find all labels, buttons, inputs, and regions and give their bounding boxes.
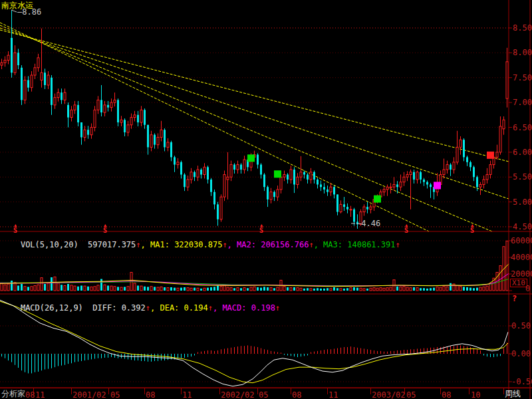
candlestick (150, 135, 152, 148)
candlestick (460, 140, 462, 147)
candlestick (184, 175, 186, 188)
volume-bar (194, 288, 196, 291)
candlestick (446, 165, 448, 170)
volume-bar (243, 288, 245, 291)
volume-bar (44, 284, 46, 291)
volume-bar (469, 288, 471, 291)
candlestick (466, 157, 468, 162)
macd-macd-label: , MACD: (213, 303, 251, 313)
volume-bar (223, 285, 225, 291)
volume-bar (130, 273, 132, 291)
candlestick (383, 190, 385, 192)
candlestick (1, 63, 3, 65)
candlestick (154, 135, 156, 145)
volume-bar (160, 287, 162, 291)
volume-bar (343, 289, 345, 291)
signal-marker (434, 182, 441, 189)
volume-bar (187, 288, 189, 291)
candlestick (87, 130, 89, 134)
candlestick (393, 184, 395, 187)
volume-bar (210, 287, 212, 291)
candlestick (54, 98, 56, 105)
candlestick (237, 165, 239, 170)
vol-ma3-arrow-icon: ↑ (396, 240, 400, 249)
candlestick (127, 125, 129, 132)
volume-bar (466, 287, 468, 291)
price-axis-label: 8.50 (513, 24, 532, 32)
candlestick (177, 162, 179, 165)
volume-bar (250, 287, 252, 291)
candlestick (290, 170, 292, 180)
volume-bar (287, 287, 289, 291)
candlestick (333, 187, 335, 194)
volume-bar (11, 281, 13, 291)
volume-bar (423, 288, 425, 291)
volume-bar (433, 288, 435, 291)
volume-bar (353, 287, 355, 291)
macd-indicator-label: MACD(26,12,9) (21, 303, 83, 313)
volume-bar (184, 287, 186, 291)
volume-bar (167, 288, 169, 291)
candlestick (213, 192, 215, 205)
volume-bar (164, 287, 166, 291)
volume-bar (376, 288, 378, 291)
volume-bar (134, 283, 136, 291)
volume-bar (57, 283, 59, 291)
candlestick (416, 172, 418, 180)
exright-triangle-icon: ▲ (470, 224, 474, 227)
volume-bar (120, 287, 122, 291)
candlestick (327, 190, 329, 192)
volume-bar (200, 289, 202, 291)
volume-bar (230, 288, 232, 291)
time-axis-tick (370, 388, 371, 394)
candlestick (506, 62, 508, 98)
candlestick (410, 172, 412, 175)
candlestick (303, 172, 305, 175)
time-axis-tick (327, 388, 328, 394)
volume-bar (74, 286, 76, 291)
volume-bar (390, 287, 392, 291)
volume-bar (346, 288, 348, 291)
chart-canvas[interactable] (0, 0, 532, 399)
volume-bar (37, 285, 39, 291)
volume-bar (157, 287, 159, 291)
date-label: 2001/02 (72, 390, 106, 399)
volume-bar (336, 288, 338, 291)
period-label[interactable]: 周线 (505, 390, 521, 398)
candlestick (406, 175, 408, 178)
candlestick (124, 120, 126, 132)
volume-bar (140, 286, 142, 291)
macd-axis-label: -0.50 (511, 378, 532, 386)
candlestick (34, 68, 36, 75)
volume-bar (147, 287, 149, 291)
candlestick (167, 142, 169, 147)
candlestick (217, 204, 219, 219)
candlestick (41, 72, 43, 80)
macd-dea-value: 0.194 (184, 303, 208, 313)
volume-bar (24, 287, 26, 291)
volume-bar (97, 285, 99, 291)
candlestick (277, 190, 279, 197)
candlestick (117, 100, 119, 122)
help-icon[interactable]: ? (512, 295, 517, 303)
vol-ma2-label: , MA2: (227, 240, 261, 249)
volume-bar (350, 288, 352, 291)
candlestick (233, 165, 235, 170)
vol-ma2-arrow-icon: ↑ (309, 240, 313, 249)
candlestick (207, 167, 209, 180)
candlestick (147, 125, 149, 148)
vol-ma2-value: 206156.766 (261, 240, 309, 249)
price-axis-label: 4.50 (513, 223, 532, 231)
candlestick (476, 177, 478, 187)
candlestick (257, 155, 259, 165)
volume-bar (303, 289, 305, 291)
time-axis-tick (108, 388, 109, 394)
macd-diff-label: DIFF: (92, 303, 121, 313)
candlestick (426, 182, 428, 185)
date-label: 05 (110, 390, 120, 399)
app-window: 南京水运 —8.86 —4.46 VOL(5,10,20) 597017.375… (0, 0, 532, 399)
brand-label: 分析家 (1, 390, 25, 398)
volume-bar (70, 285, 72, 291)
candlestick (11, 38, 13, 72)
volume-bar (104, 285, 106, 291)
